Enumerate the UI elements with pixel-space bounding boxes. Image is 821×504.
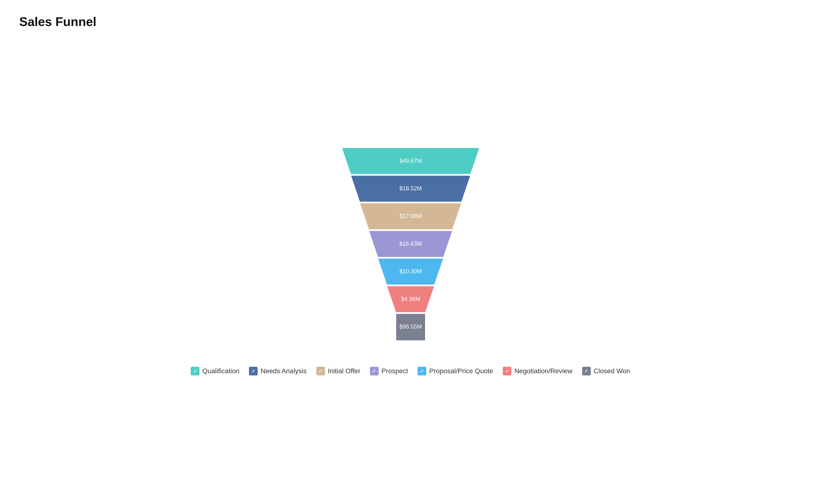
legend-item-prospect: ✓Prospect: [370, 367, 408, 375]
legend-label-needs-analysis: Needs Analysis: [261, 367, 307, 375]
funnel-label-initial-offer: $17.08M: [399, 213, 422, 219]
legend-label-qualification: Qualification: [202, 367, 239, 375]
legend-item-qualification: ✓Qualification: [191, 367, 239, 375]
legend-check-qualification: ✓: [191, 367, 199, 375]
legend-check-prospect: ✓: [370, 367, 379, 375]
funnel-label-closed-won: $96.55M: [399, 323, 422, 330]
funnel-label-negotiation-review: $4.36M: [401, 296, 420, 302]
legend-label-proposal-price-quote: Proposal/Price Quote: [429, 367, 493, 375]
legend-item-needs-analysis: ✓Needs Analysis: [249, 367, 307, 375]
funnel-label-proposal-price-quote: $10.30M: [399, 268, 422, 274]
legend-check-negotiation-review: ✓: [503, 367, 511, 375]
legend-check-initial-offer: ✓: [316, 367, 325, 375]
chart-container: $49.67M$18.52M$17.08M$16.63M$10.30M$4.36…: [19, 34, 802, 490]
legend-item-proposal-price-quote: ✓Proposal/Price Quote: [418, 367, 493, 375]
legend-item-negotiation-review: ✓Negotiation/Review: [503, 367, 572, 375]
page-title: Sales Funnel: [19, 14, 96, 29]
legend-item-closed-won: ✓Closed Won: [582, 367, 630, 375]
funnel-svg-container: $49.67M$18.52M$17.08M$16.63M$10.30M$4.36…: [19, 148, 802, 352]
legend-check-needs-analysis: ✓: [249, 367, 258, 375]
legend-label-negotiation-review: Negotiation/Review: [514, 367, 572, 375]
legend: ✓Qualification✓Needs Analysis✓Initial Of…: [191, 367, 630, 375]
funnel-label-prospect: $16.63M: [399, 240, 422, 247]
funnel-label-needs-analysis: $18.52M: [399, 185, 422, 192]
legend-check-proposal-price-quote: ✓: [418, 367, 426, 375]
legend-label-initial-offer: Initial Offer: [328, 367, 360, 375]
legend-label-prospect: Prospect: [382, 367, 408, 375]
legend-label-closed-won: Closed Won: [594, 367, 630, 375]
legend-check-closed-won: ✓: [582, 367, 591, 375]
legend-item-initial-offer: ✓Initial Offer: [316, 367, 360, 375]
funnel-label-qualification: $49.67M: [399, 157, 422, 164]
